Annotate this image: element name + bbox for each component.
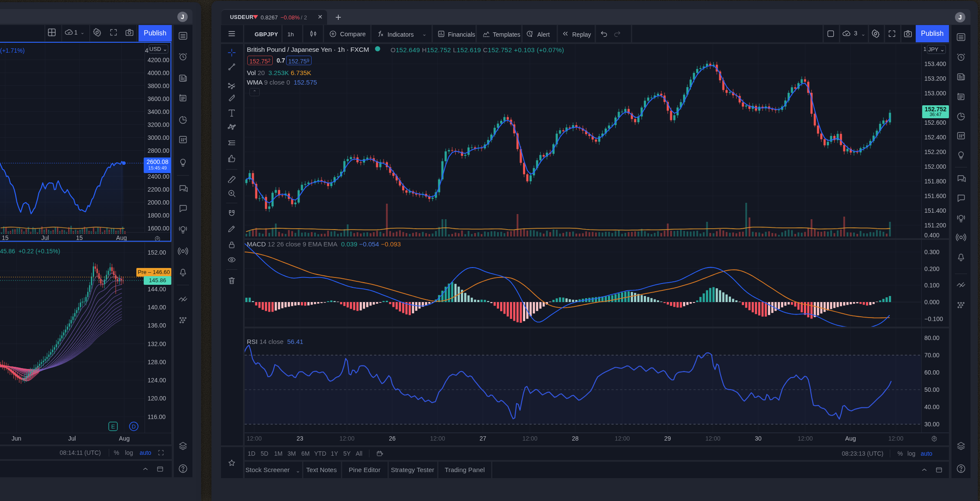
svg-text:E: E	[111, 423, 115, 430]
svg-text:D: D	[132, 423, 135, 430]
